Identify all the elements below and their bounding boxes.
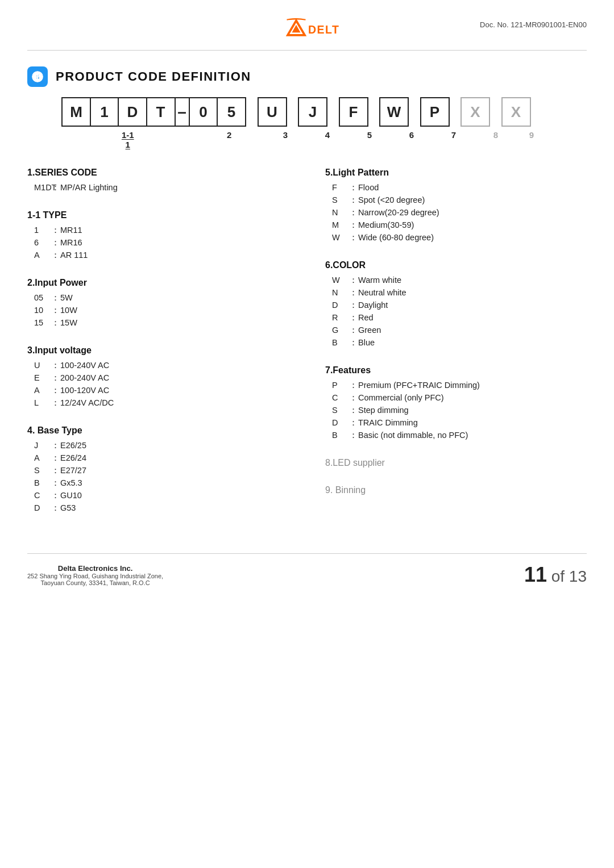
item-type-1: 1 ： MR11 — [27, 225, 289, 236]
code-box-M: M — [61, 97, 91, 127]
doc-number: Doc. No. 121-MR0901001-EN00 — [480, 16, 587, 29]
section-features: 7.Features P ： Premium (PFC+TRAIC Dimmin… — [325, 365, 587, 441]
section-title-light-pattern: 5.Light Pattern — [325, 168, 587, 178]
item-pattern-n: N ： Narrow(20-29 degree) — [325, 207, 587, 218]
item-color-r: R ： Red — [325, 312, 587, 323]
col-right: 5.Light Pattern F ： Flood S ： Spot (<20 … — [307, 168, 587, 531]
code-box-1: 1 — [90, 97, 119, 127]
section-base-type: 4. Base Type J ： E26/25 A ： E26/24 S ： E… — [27, 425, 289, 514]
delta-logo: DELTA — [271, 16, 339, 43]
item-color-d: D ： Daylight — [325, 300, 587, 311]
two-col-content: 1.SERIES CODE M1DT ： MP/AR Lighting 1-1 … — [0, 168, 614, 531]
label-1: 1 — [126, 140, 130, 149]
item-feature-s: S ： Step dimming — [325, 405, 587, 416]
footer-company: Delta Electronics Inc. 252 Shang Ying Ro… — [27, 564, 163, 586]
code-box-F: F — [339, 97, 368, 127]
page-title: PRODUCT CODE DEFINITION — [56, 69, 251, 84]
item-power-10: 10 ： 10W — [27, 305, 289, 316]
item-color-n: N ： Neutral white — [325, 287, 587, 298]
item-type-a: A ： AR 111 — [27, 250, 289, 261]
section-title-type: 1-1 TYPE — [27, 210, 289, 220]
page-title-row: P PRODUCT CODE DEFINITION — [0, 51, 614, 97]
footer-page-of: of — [551, 567, 569, 585]
code-box-U: U — [258, 97, 287, 127]
item-feature-c: C ： Commercial (only PFC) — [325, 393, 587, 403]
footer-page-number: 11 of 13 — [524, 563, 587, 587]
item-power-05: 05 ： 5W — [27, 293, 289, 303]
item-m1dt: M1DT ： MP/AR Lighting — [27, 182, 289, 193]
section-led-supplier: 8.LED supplier — [325, 458, 587, 468]
footer: Delta Electronics Inc. 252 Shang Ying Ro… — [0, 554, 614, 600]
item-type-6: 6 ： MR16 — [27, 237, 289, 248]
item-pattern-s: S ： Spot (<20 degree) — [325, 195, 587, 206]
section-title-series: 1.SERIES CODE — [27, 168, 289, 178]
section-title-input-voltage: 3.Input voltage — [27, 345, 289, 356]
section-title-input-power: 2.Input Power — [27, 278, 289, 288]
header: DELTA Doc. No. 121-MR0901001-EN00 — [0, 0, 614, 43]
section-title-features: 7.Features — [325, 365, 587, 375]
logo-area: DELTA — [271, 16, 339, 43]
footer-address-1: 252 Shang Ying Road, Guishang Industrial… — [27, 573, 163, 579]
label-2: 2 — [227, 130, 231, 140]
item-pattern-m: M ： Medium(30-59) — [325, 220, 587, 231]
item-base-a: A ： E26/24 — [27, 453, 289, 464]
label-9: 9 — [529, 130, 534, 140]
label-6: 6 — [409, 130, 414, 140]
section-series-code: 1.SERIES CODE M1DT ： MP/AR Lighting — [27, 168, 289, 193]
label-8: 8 — [493, 130, 498, 140]
title-icon: P — [27, 66, 48, 87]
label-1-1: 1-1 — [122, 130, 134, 140]
code-box-0: 0 — [189, 97, 218, 127]
footer-page-current: 11 — [524, 563, 547, 586]
item-feature-d: D ： TRAIC Dimming — [325, 418, 587, 428]
section-title-binning: 9. Binning — [325, 485, 587, 495]
product-icon: P — [31, 70, 44, 83]
code-box-5: 5 — [217, 97, 246, 127]
item-voltage-u: U ： 100-240V AC — [27, 360, 289, 371]
code-box-J: J — [298, 97, 327, 127]
footer-company-name: Delta Electronics Inc. — [27, 564, 163, 573]
item-base-d: D ： G53 — [27, 503, 289, 514]
section-title-base-type: 4. Base Type — [27, 425, 289, 436]
label-7: 7 — [451, 130, 456, 140]
item-base-c: C ： GU10 — [27, 490, 289, 501]
code-box-W: W — [379, 97, 409, 127]
code-box-P: P — [420, 97, 450, 127]
item-feature-p: P ： Premium (PFC+TRAIC Dimming) — [325, 380, 587, 391]
code-diagram: M 1 D T – 0 5 U J F W P X X — [27, 97, 587, 149]
section-light-pattern: 5.Light Pattern F ： Flood S ： Spot (<20 … — [325, 168, 587, 243]
item-pattern-w: W ： Wide (60-80 degree) — [325, 232, 587, 243]
item-voltage-a: A ： 100-120V AC — [27, 385, 289, 396]
section-color: 6.COLOR W ： Warm white N ： Neutral white… — [325, 260, 587, 348]
item-voltage-e: E ： 200-240V AC — [27, 373, 289, 383]
label-3: 3 — [283, 130, 288, 140]
code-box-D: D — [118, 97, 147, 127]
item-color-b: B ： Blue — [325, 337, 587, 348]
code-box-T: T — [146, 97, 176, 127]
item-color-w: W ： Warm white — [325, 275, 587, 286]
col-left: 1.SERIES CODE M1DT ： MP/AR Lighting 1-1 … — [27, 168, 307, 531]
code-dash: – — [174, 97, 190, 127]
section-type: 1-1 TYPE 1 ： MR11 6 ： MR16 A ： AR 111 — [27, 210, 289, 261]
section-input-power: 2.Input Power 05 ： 5W 10 ： 10W 15 ： 15W — [27, 278, 289, 328]
footer-page-total: 13 — [569, 567, 587, 585]
item-base-b: B ： Gx5.3 — [27, 478, 289, 489]
section-title-led-supplier: 8.LED supplier — [325, 458, 587, 468]
footer-address-2: Taoyuan County, 33341, Taiwan, R.O.C — [27, 579, 163, 586]
svg-text:P: P — [35, 73, 39, 80]
section-title-color: 6.COLOR — [325, 260, 587, 270]
item-pattern-f: F ： Flood — [325, 182, 587, 193]
label-5: 5 — [367, 130, 372, 140]
item-power-15: 15 ： 15W — [27, 318, 289, 328]
code-box-X1: X — [460, 97, 490, 127]
item-base-s: S ： E27/27 — [27, 465, 289, 476]
item-color-g: G ： Green — [325, 325, 587, 336]
label-4: 4 — [325, 130, 330, 140]
section-input-voltage: 3.Input voltage U ： 100-240V AC E ： 200-… — [27, 345, 289, 408]
code-box-X2: X — [501, 97, 531, 127]
section-binning: 9. Binning — [325, 485, 587, 495]
item-voltage-l: L ： 12/24V AC/DC — [27, 398, 289, 408]
svg-text:DELTA: DELTA — [308, 23, 339, 36]
item-base-j: J ： E26/25 — [27, 440, 289, 451]
item-feature-b: B ： Basic (not dimmable, no PFC) — [325, 430, 587, 441]
